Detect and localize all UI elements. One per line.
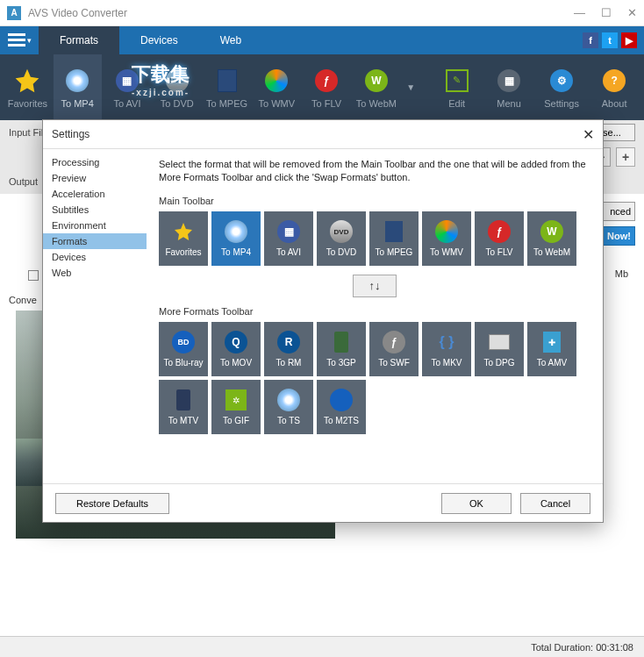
toolbar-more-dropdown[interactable]: ▼ — [402, 54, 419, 120]
maximize-button[interactable]: ☐ — [601, 6, 612, 19]
toolbar-to-mp4[interactable]: To MP4 — [54, 54, 102, 120]
format-to-mtv[interactable]: To MTV — [159, 380, 208, 434]
toolbar-about[interactable]: ? About — [588, 54, 640, 120]
toolbar-to-avi[interactable]: ▦ To AVI — [104, 54, 152, 120]
format-to-mkv[interactable]: { }To MKV — [422, 322, 471, 376]
toolbar-to-flv[interactable]: ƒ To FLV — [303, 54, 351, 120]
twitter-icon[interactable]: t — [602, 32, 618, 48]
format-to-amv[interactable]: ✚To AMV — [527, 322, 576, 376]
sidebar-item-web[interactable]: Web — [43, 265, 147, 281]
format-to-mpeg[interactable]: To MPEG — [369, 211, 419, 266]
restore-defaults-button[interactable]: Restore Defaults — [55, 493, 169, 514]
format-label: To 3GP — [326, 358, 355, 368]
youtube-icon[interactable]: ▶ — [621, 32, 637, 48]
tab-devices[interactable]: Devices — [119, 26, 199, 54]
toolbar-edit[interactable]: ✎ Edit — [433, 54, 481, 120]
more-formats-label: More Formats Toolbar — [159, 306, 590, 317]
swap-formats-button[interactable]: ↑↓ — [353, 275, 397, 297]
format-icon: ƒ — [382, 330, 406, 354]
format-to-flv[interactable]: ƒTo FLV — [475, 211, 524, 266]
format-icon: W — [540, 219, 564, 244]
settings-dialog: Settings ✕ ProcessingPreviewAcceleration… — [42, 119, 604, 523]
format-label: To DPG — [483, 358, 514, 368]
total-duration: Total Duration: 00:31:08 — [531, 642, 633, 653]
toolbar-favorites[interactable]: Favorites — [4, 54, 52, 120]
format-to-mov[interactable]: QTo MOV — [211, 322, 261, 376]
sidebar-item-formats[interactable]: Formats — [43, 233, 147, 249]
toolbar-edit-label: Edit — [448, 98, 465, 109]
sidebar-item-devices[interactable]: Devices — [43, 249, 147, 265]
toolbar-to-wmv[interactable]: To WMV — [253, 54, 301, 120]
format-icon — [382, 219, 406, 244]
toolbar-to-dvd-label: To DVD — [161, 98, 194, 109]
format-label: To WebM — [533, 247, 570, 257]
tab-web[interactable]: Web — [199, 26, 262, 54]
toolbar-to-dvd[interactable]: DVD To DVD — [153, 54, 201, 120]
format-to-dpg[interactable]: To DPG — [475, 322, 524, 376]
sidebar-item-acceleration[interactable]: Acceleration — [43, 186, 147, 202]
format-to-wmv[interactable]: To WMV — [422, 211, 471, 266]
add-file-button[interactable]: + — [616, 147, 635, 167]
toolbar-settings[interactable]: ⚙ Settings — [535, 54, 588, 120]
sidebar-item-processing[interactable]: Processing — [43, 154, 147, 170]
format-to-3gp[interactable]: To 3GP — [317, 322, 366, 376]
main-toolbar-grid: FavoritesTo MP4▦To AVIDVDTo DVDTo MPEGTo… — [159, 211, 590, 266]
format-to-dvd[interactable]: DVDTo DVD — [317, 211, 366, 266]
sidebar-item-preview[interactable]: Preview — [43, 170, 147, 186]
format-to-webm[interactable]: WTo WebM — [527, 211, 576, 266]
format-to-m2ts[interactable]: To M2TS — [317, 380, 366, 434]
format-label: To TS — [277, 416, 300, 425]
ok-button[interactable]: OK — [441, 493, 512, 514]
dialog-content: Select the format that will be removed f… — [147, 149, 603, 483]
star-icon — [13, 67, 41, 95]
titlebar: A AVS Video Converter — ☐ ✕ — [0, 0, 644, 26]
cancel-button[interactable]: Cancel — [520, 493, 590, 514]
sidebar-item-environment[interactable]: Environment — [43, 218, 147, 233]
format-to-blu-ray[interactable]: BDTo Blu-ray — [159, 322, 208, 376]
app-icon: A — [7, 6, 21, 20]
dialog-description: Select the format that will be removed f… — [159, 158, 590, 185]
format-icon: Q — [224, 330, 248, 354]
format-icon: ƒ — [487, 219, 512, 244]
toolbar-to-mpeg[interactable]: To MPEG — [203, 54, 251, 120]
toolbar-menu[interactable]: ▦ Menu — [483, 54, 535, 120]
dialog-title: Settings — [52, 128, 89, 140]
wmv-icon — [262, 67, 290, 95]
gear-icon: ⚙ — [547, 67, 576, 95]
format-to-mp4[interactable]: To MP4 — [211, 211, 261, 266]
hamburger-menu-button[interactable]: ▾ — [0, 26, 39, 54]
format-label: To AMV — [537, 358, 567, 368]
format-icon — [171, 219, 196, 244]
edit-icon: ✎ — [443, 67, 471, 95]
tab-formats[interactable]: Formats — [39, 26, 119, 54]
mpeg-icon — [213, 67, 241, 95]
format-favorites[interactable]: Favorites — [159, 211, 208, 266]
format-icon: BD — [171, 330, 196, 354]
dvd-icon: DVD — [163, 67, 191, 95]
about-icon: ? — [600, 67, 628, 95]
format-label: To MP4 — [221, 247, 251, 257]
toolbar-to-flv-label: To FLV — [311, 98, 341, 109]
facebook-icon[interactable]: f — [583, 32, 598, 48]
format-to-ts[interactable]: To TS — [264, 380, 313, 434]
dialog-sidebar: ProcessingPreviewAccelerationSubtitlesEn… — [43, 149, 147, 483]
format-to-swf[interactable]: ƒTo SWF — [369, 322, 419, 376]
toolbar-to-webm[interactable]: W To WebM — [352, 54, 400, 120]
format-label: To RM — [276, 358, 302, 368]
dialog-close-button[interactable]: ✕ — [583, 126, 594, 143]
format-to-avi[interactable]: ▦To AVI — [264, 211, 313, 266]
checkbox[interactable] — [28, 270, 39, 281]
close-button[interactable]: ✕ — [627, 6, 637, 19]
format-icon — [434, 219, 459, 244]
format-label: Favorites — [165, 247, 201, 257]
toolbar-to-mpeg-label: To MPEG — [206, 98, 247, 109]
format-to-rm[interactable]: RTo RM — [264, 322, 313, 376]
format-label: To FLV — [486, 247, 513, 257]
format-to-gif[interactable]: ✲To GIF — [211, 380, 261, 434]
format-icon: ▦ — [276, 219, 301, 244]
minimize-button[interactable]: — — [574, 6, 585, 19]
format-icon: ✲ — [224, 388, 248, 412]
format-icon: DVD — [329, 219, 354, 244]
app-title: AVS Video Converter — [28, 7, 574, 19]
sidebar-item-subtitles[interactable]: Subtitles — [43, 202, 147, 218]
